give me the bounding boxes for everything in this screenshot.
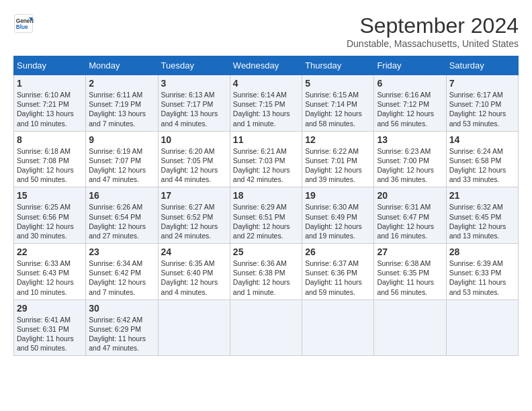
table-row: 1Sunrise: 6:10 AMSunset: 7:21 PMDaylight… [14,75,86,132]
day-number: 30 [89,303,154,314]
week-row-1: 1Sunrise: 6:10 AMSunset: 7:21 PMDaylight… [14,75,519,132]
col-friday: Friday [374,56,446,75]
table-row: 16Sunrise: 6:26 AMSunset: 6:54 PMDayligh… [86,187,158,244]
day-info: Sunrise: 6:21 AMSunset: 7:03 PMDaylight:… [233,146,299,185]
day-number: 15 [17,190,83,201]
day-number: 12 [305,134,371,145]
day-number: 26 [305,246,371,257]
page-subtitle: Dunstable, Massachusetts, United States [347,38,519,49]
day-number: 8 [17,134,83,145]
day-info: Sunrise: 6:37 AMSunset: 6:36 PMDaylight:… [305,259,371,297]
table-row: 14Sunrise: 6:24 AMSunset: 6:58 PMDayligh… [446,131,518,187]
day-info: Sunrise: 6:24 AMSunset: 6:58 PMDaylight:… [449,146,515,185]
day-info: Sunrise: 6:18 AMSunset: 7:08 PMDaylight:… [17,146,83,185]
day-number: 3 [161,78,227,89]
table-row: 18Sunrise: 6:29 AMSunset: 6:51 PMDayligh… [230,187,302,244]
table-row: 3Sunrise: 6:13 AMSunset: 7:17 PMDaylight… [158,75,230,132]
table-row: 9Sunrise: 6:19 AMSunset: 7:07 PMDaylight… [86,131,158,187]
day-info: Sunrise: 6:38 AMSunset: 6:35 PMDaylight:… [377,259,443,297]
day-number: 24 [161,246,227,257]
table-row: 10Sunrise: 6:20 AMSunset: 7:05 PMDayligh… [158,131,230,187]
day-info: Sunrise: 6:19 AMSunset: 7:07 PMDaylight:… [89,146,154,185]
table-row: 28Sunrise: 6:39 AMSunset: 6:33 PMDayligh… [446,244,518,300]
table-row [446,300,518,356]
day-number: 27 [377,246,443,257]
day-info: Sunrise: 6:23 AMSunset: 7:00 PMDaylight:… [377,146,443,185]
day-number: 29 [17,303,83,314]
day-info: Sunrise: 6:41 AMSunset: 6:31 PMDaylight:… [17,315,83,353]
day-number: 23 [89,246,154,257]
svg-text:Blue: Blue [16,24,28,30]
day-info: Sunrise: 6:14 AMSunset: 7:15 PMDaylight:… [233,90,299,128]
col-monday: Monday [86,56,158,75]
day-info: Sunrise: 6:26 AMSunset: 6:54 PMDaylight:… [89,202,154,240]
day-info: Sunrise: 6:42 AMSunset: 6:29 PMDaylight:… [89,315,154,353]
day-info: Sunrise: 6:39 AMSunset: 6:33 PMDaylight:… [449,259,515,297]
table-row: 22Sunrise: 6:33 AMSunset: 6:43 PMDayligh… [14,244,86,300]
day-number: 6 [377,78,443,89]
col-tuesday: Tuesday [158,56,230,75]
day-info: Sunrise: 6:36 AMSunset: 6:38 PMDaylight:… [233,259,299,297]
table-row [374,300,446,356]
table-row: 21Sunrise: 6:32 AMSunset: 6:45 PMDayligh… [446,187,518,244]
day-info: Sunrise: 6:25 AMSunset: 6:56 PMDaylight:… [17,202,83,240]
week-row-2: 8Sunrise: 6:18 AMSunset: 7:08 PMDaylight… [14,131,519,187]
day-number: 20 [377,190,443,201]
day-number: 22 [17,246,83,257]
day-number: 19 [305,190,371,201]
logo: General Blue [13,13,34,34]
day-info: Sunrise: 6:13 AMSunset: 7:17 PMDaylight:… [161,90,227,128]
day-number: 28 [449,246,515,257]
day-info: Sunrise: 6:35 AMSunset: 6:40 PMDaylight:… [161,259,227,297]
day-number: 17 [161,190,227,201]
page-header: General Blue September 2024 Dunstable, M… [13,13,519,49]
table-row [158,300,230,356]
day-info: Sunrise: 6:32 AMSunset: 6:45 PMDaylight:… [449,202,515,240]
table-row: 6Sunrise: 6:16 AMSunset: 7:12 PMDaylight… [374,75,446,132]
day-number: 4 [233,78,299,89]
day-info: Sunrise: 6:16 AMSunset: 7:12 PMDaylight:… [377,90,443,128]
day-info: Sunrise: 6:20 AMSunset: 7:05 PMDaylight:… [161,146,227,185]
day-number: 11 [233,134,299,145]
day-number: 14 [449,134,515,145]
day-info: Sunrise: 6:31 AMSunset: 6:47 PMDaylight:… [377,202,443,240]
col-sunday: Sunday [14,56,86,75]
day-number: 25 [233,246,299,257]
table-row: 20Sunrise: 6:31 AMSunset: 6:47 PMDayligh… [374,187,446,244]
title-section: September 2024 Dunstable, Massachusetts,… [347,13,519,49]
calendar-header-row: Sunday Monday Tuesday Wednesday Thursday… [14,56,519,75]
week-row-5: 29Sunrise: 6:41 AMSunset: 6:31 PMDayligh… [14,300,519,356]
day-number: 13 [377,134,443,145]
col-thursday: Thursday [302,56,374,75]
table-row: 11Sunrise: 6:21 AMSunset: 7:03 PMDayligh… [230,131,302,187]
day-number: 9 [89,134,154,145]
table-row: 8Sunrise: 6:18 AMSunset: 7:08 PMDaylight… [14,131,86,187]
table-row: 26Sunrise: 6:37 AMSunset: 6:36 PMDayligh… [302,244,374,300]
day-info: Sunrise: 6:11 AMSunset: 7:19 PMDaylight:… [89,90,154,128]
col-wednesday: Wednesday [230,56,302,75]
day-info: Sunrise: 6:22 AMSunset: 7:01 PMDaylight:… [305,146,371,185]
table-row: 2Sunrise: 6:11 AMSunset: 7:19 PMDaylight… [86,75,158,132]
logo-icon: General Blue [13,13,34,34]
col-saturday: Saturday [446,56,518,75]
table-row: 19Sunrise: 6:30 AMSunset: 6:49 PMDayligh… [302,187,374,244]
table-row: 7Sunrise: 6:17 AMSunset: 7:10 PMDaylight… [446,75,518,132]
day-number: 7 [449,78,515,89]
day-number: 18 [233,190,299,201]
table-row: 29Sunrise: 6:41 AMSunset: 6:31 PMDayligh… [14,300,86,356]
day-info: Sunrise: 6:29 AMSunset: 6:51 PMDaylight:… [233,202,299,240]
day-info: Sunrise: 6:17 AMSunset: 7:10 PMDaylight:… [449,90,515,128]
day-number: 1 [17,78,83,89]
day-info: Sunrise: 6:30 AMSunset: 6:49 PMDaylight:… [305,202,371,240]
table-row: 4Sunrise: 6:14 AMSunset: 7:15 PMDaylight… [230,75,302,132]
table-row [230,300,302,356]
table-row: 15Sunrise: 6:25 AMSunset: 6:56 PMDayligh… [14,187,86,244]
table-row: 5Sunrise: 6:15 AMSunset: 7:14 PMDaylight… [302,75,374,132]
day-number: 5 [305,78,371,89]
day-number: 10 [161,134,227,145]
table-row: 24Sunrise: 6:35 AMSunset: 6:40 PMDayligh… [158,244,230,300]
day-info: Sunrise: 6:34 AMSunset: 6:42 PMDaylight:… [89,259,154,297]
day-info: Sunrise: 6:10 AMSunset: 7:21 PMDaylight:… [17,90,83,128]
table-row [302,300,374,356]
day-info: Sunrise: 6:33 AMSunset: 6:43 PMDaylight:… [17,259,83,297]
